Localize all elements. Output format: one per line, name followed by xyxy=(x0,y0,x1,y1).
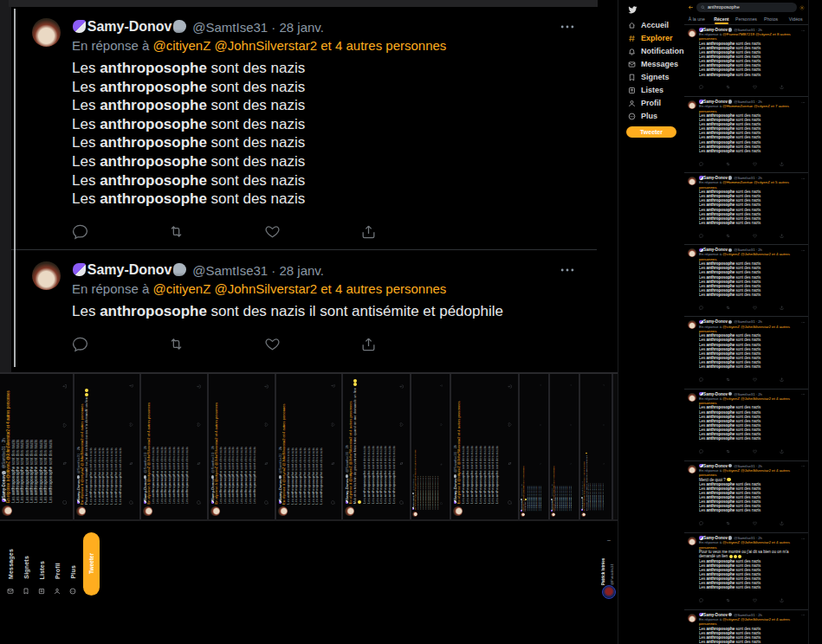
reply-icon[interactable] xyxy=(258,500,274,505)
share-icon[interactable] xyxy=(562,384,578,386)
like-icon[interactable] xyxy=(595,423,611,425)
retweet-icon[interactable] xyxy=(168,223,184,240)
tweet-card[interactable]: Samy-Donov @SamtIse31 · 2h En réponse à … xyxy=(684,25,808,97)
sidebar-item-signets[interactable]: Signets xyxy=(619,70,684,83)
gear-icon[interactable] xyxy=(799,0,805,15)
tab-récent[interactable]: Récent xyxy=(709,14,735,24)
like-icon[interactable] xyxy=(753,155,757,171)
retweet-icon[interactable] xyxy=(433,463,449,466)
reply-icon[interactable] xyxy=(72,223,88,240)
like-icon[interactable] xyxy=(753,592,757,608)
like-icon[interactable] xyxy=(325,423,340,428)
like-icon[interactable] xyxy=(56,422,72,427)
reply-icon[interactable] xyxy=(699,515,703,531)
sidebar-item-messages[interactable]: Messages xyxy=(3,531,17,598)
tweet-card[interactable]: Samy-Donov @SamtIse31 · 2h En réponse à … xyxy=(684,461,808,533)
retweet-icon[interactable] xyxy=(726,515,730,531)
share-icon[interactable] xyxy=(56,384,72,389)
filmstrip-frame[interactable]: Samy-Donov@SamtIse31 · 2h En réponse à @… xyxy=(550,374,580,519)
share-icon[interactable] xyxy=(532,384,547,386)
reply-icon[interactable] xyxy=(56,500,72,505)
retweet-icon[interactable] xyxy=(502,461,517,466)
more-icon[interactable] xyxy=(559,261,576,279)
share-icon[interactable] xyxy=(258,384,274,389)
reply-icon[interactable] xyxy=(72,336,88,352)
user-handle[interactable]: @SamtIse31 · 28 janv. xyxy=(192,20,324,35)
tweet-card[interactable]: Samy-Donov @SamtIse31 · 2h En réponse à … xyxy=(684,533,808,610)
retweet-icon[interactable] xyxy=(726,79,730,94)
retweet-icon[interactable] xyxy=(726,155,730,171)
display-name[interactable]: Samy-Donov xyxy=(72,19,187,35)
retweet-icon[interactable] xyxy=(726,371,730,387)
share-icon[interactable] xyxy=(123,384,139,389)
tweet-card[interactable]: Samy-Donov @SamtIse31 · 2h En réponse à … xyxy=(684,173,808,245)
tweet[interactable]: Samy-Donov @SamtIse31 · 28 janv. En répo… xyxy=(11,7,597,248)
retweet-icon[interactable] xyxy=(726,592,730,608)
more-icon[interactable] xyxy=(801,28,806,32)
filmstrip-frame[interactable]: Samy-Donov@SamtIse31 · 2h En réponse à @… xyxy=(451,374,520,519)
tweet-button[interactable]: Tweeter xyxy=(83,532,100,596)
tweet-card[interactable]: Samy-Donov @SamtIse31 · 2h En réponse à … xyxy=(684,317,808,389)
reply-icon[interactable] xyxy=(532,503,547,505)
filmstrip-frame[interactable]: Samy-Donov@SamtIse31 · 2h En réponse à @… xyxy=(74,374,141,519)
tweet-card[interactable]: Samy-Donov @SamtIse31 · 2h En réponse à … xyxy=(684,390,808,461)
like-icon[interactable] xyxy=(753,299,757,314)
like-icon[interactable] xyxy=(562,423,578,425)
filmstrip-frame[interactable]: Samy-Donov@SamtIse31 · 2h En réponse à @… xyxy=(411,374,451,519)
share-icon[interactable] xyxy=(780,592,784,608)
like-icon[interactable] xyxy=(258,423,274,428)
reply-icon[interactable] xyxy=(699,371,703,387)
reply-icon[interactable] xyxy=(595,503,611,505)
retweet-icon[interactable] xyxy=(393,461,409,466)
sidebar-item-explorer[interactable]: Explorer xyxy=(619,31,684,44)
more-icon[interactable] xyxy=(801,248,806,252)
user-handle[interactable]: @SamtIse31 · 28 janv. xyxy=(192,263,324,278)
share-icon[interactable] xyxy=(780,515,784,531)
share-icon[interactable] xyxy=(780,371,784,387)
reply-icon[interactable] xyxy=(699,79,703,94)
like-icon[interactable] xyxy=(753,79,757,94)
retweet-icon[interactable] xyxy=(325,461,340,466)
display-name[interactable]: Samy-Donov xyxy=(72,262,187,278)
retweet-icon[interactable] xyxy=(123,461,139,466)
filmstrip-frame[interactable]: Samy-Donov@SamtIse31 · 2h En réponse à @… xyxy=(209,374,276,519)
like-icon[interactable] xyxy=(753,443,757,459)
tab-photos[interactable]: Photos xyxy=(759,14,784,24)
more-icon[interactable] xyxy=(801,100,806,104)
share-icon[interactable] xyxy=(433,384,449,387)
tab-vidéos[interactable]: Vidéos xyxy=(783,14,808,24)
tweet-card[interactable]: Samy-Donov @SamtIse31 · 2h En réponse à … xyxy=(684,97,808,173)
reply-mentions[interactable]: @citiyenZ @JohnSilverstar2 et 4 autres p… xyxy=(152,281,446,296)
like-icon[interactable] xyxy=(433,423,449,426)
reply-icon[interactable] xyxy=(699,227,703,242)
like-icon[interactable] xyxy=(502,422,517,427)
sidebar-item-profil[interactable]: Profil xyxy=(50,531,64,598)
sidebar-item-accueil[interactable]: Accueil xyxy=(619,18,684,31)
tweet-button[interactable]: Tweeter xyxy=(626,126,676,138)
reply-icon[interactable] xyxy=(191,500,206,505)
like-icon[interactable] xyxy=(191,423,206,428)
reply-icon[interactable] xyxy=(123,500,139,505)
filmstrip-frame[interactable]: Samy-Donov@SamtIse31 · 2h En réponse à @… xyxy=(520,374,550,519)
tab-personnes[interactable]: Personnes xyxy=(734,14,759,24)
more-icon[interactable] xyxy=(801,536,806,540)
more-icon[interactable] xyxy=(801,392,806,396)
share-icon[interactable] xyxy=(780,299,784,314)
retweet-icon[interactable] xyxy=(258,461,274,466)
more-icon[interactable] xyxy=(559,18,576,35)
tweet-card[interactable]: Samy-Donov @SamtIse31 · 2h En réponse à … xyxy=(684,245,808,317)
arrow-left-icon[interactable] xyxy=(688,0,694,15)
sidebar-item-plus[interactable]: Plus xyxy=(619,109,684,122)
reply-icon[interactable] xyxy=(325,500,340,505)
retweet-icon[interactable] xyxy=(168,336,184,352)
reply-icon[interactable] xyxy=(393,500,409,505)
like-icon[interactable] xyxy=(264,223,281,240)
retweet-icon[interactable] xyxy=(56,461,72,466)
share-icon[interactable] xyxy=(780,155,784,171)
share-icon[interactable] xyxy=(360,336,377,352)
reply-icon[interactable] xyxy=(433,502,449,505)
share-icon[interactable] xyxy=(502,384,517,389)
share-icon[interactable] xyxy=(780,79,784,94)
reply-icon[interactable] xyxy=(502,500,517,505)
twitter-bird-icon[interactable] xyxy=(619,0,684,18)
